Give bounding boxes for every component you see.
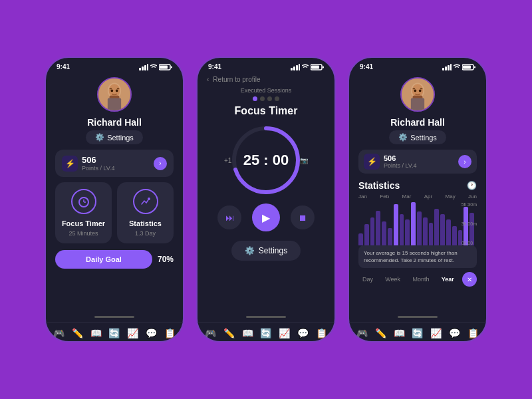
wifi-icon-3: [454, 64, 460, 70]
svg-point-13: [116, 90, 118, 92]
nav-bar-3: 🎮 ✏️ 📖 🔄 📈 💬 📋: [349, 322, 486, 341]
period-week[interactable]: Week: [381, 274, 404, 285]
bar-11: [423, 217, 428, 245]
ctrl-play[interactable]: ▶: [252, 203, 280, 231]
settings-btn-3[interactable]: ⚙️ Settings: [389, 130, 446, 144]
ctrl-skip[interactable]: ⏭: [217, 205, 241, 229]
daily-goal-row: Daily Goal 70%: [55, 250, 174, 269]
nav-edit-1[interactable]: ✏️: [72, 328, 83, 338]
nav-chart-3[interactable]: 📈: [430, 328, 442, 338]
card-focus-timer[interactable]: Focus Timer 25 Minutes: [55, 182, 112, 243]
nav-refresh-3[interactable]: 🔄: [412, 328, 423, 338]
timer-title: Focus Timer: [207, 105, 325, 117]
svg-rect-11: [117, 88, 120, 89]
nav-book-2[interactable]: 📖: [242, 328, 253, 338]
tip-text: Your average is 15 seconds higher than r…: [364, 249, 471, 264]
chart-bars: [358, 202, 477, 245]
nav-edit-2[interactable]: ✏️: [223, 328, 235, 338]
points-sub-1: Points / LV.4: [82, 165, 115, 172]
dot-3: [275, 96, 279, 101]
nav-refresh-2[interactable]: 🔄: [260, 328, 271, 338]
nav-chart-2[interactable]: 📈: [279, 328, 290, 338]
close-btn[interactable]: ✕: [462, 272, 477, 287]
nav-book-3[interactable]: 📖: [394, 328, 405, 338]
arrow-right-3[interactable]: ›: [458, 155, 471, 168]
month-jun: Jun: [468, 194, 477, 200]
svg-rect-22: [293, 66, 295, 70]
period-day[interactable]: Day: [358, 274, 377, 285]
phone-statistics: 9:41: [348, 57, 487, 342]
avatar-container-1: [55, 77, 174, 112]
nav-chat-2[interactable]: 💬: [297, 328, 309, 338]
arrow-right-1[interactable]: ›: [154, 157, 167, 170]
chart-wrapper: 5h:30m 3h:00m 00:00: [358, 202, 477, 245]
month-may: May: [446, 194, 456, 200]
phone-profile: 9:41: [45, 57, 184, 342]
phones-container: 9:41: [45, 57, 487, 342]
status-time-1: 9:41: [57, 63, 70, 70]
settings-btn-1[interactable]: ⚙️ Settings: [86, 130, 143, 144]
timer-cam: 📷: [300, 157, 308, 164]
nav-list-3[interactable]: 📋: [467, 328, 479, 338]
period-tabs: Day Week Month Year ✕: [358, 272, 477, 287]
svg-rect-26: [311, 65, 319, 68]
nav-chat-3[interactable]: 💬: [449, 328, 460, 338]
nav-list-2[interactable]: 📋: [316, 328, 327, 338]
period-month[interactable]: Month: [408, 274, 433, 285]
bar-9: [411, 202, 416, 245]
nav-edit-3[interactable]: ✏️: [375, 328, 386, 338]
avatar-3: [400, 77, 435, 112]
nav-book-1[interactable]: 📖: [90, 328, 102, 338]
month-mar: Mar: [402, 194, 412, 200]
bar-16: [452, 226, 457, 245]
nav-bar-2: 🎮 ✏️ 📖 🔄 📈 💬 📋: [198, 322, 334, 341]
battery-icon-1: [159, 64, 172, 70]
bar-8: [405, 219, 410, 245]
nav-chart-1[interactable]: 📈: [127, 328, 138, 338]
card-label-1: Statistics: [129, 219, 162, 227]
nav-game-2[interactable]: 🎮: [205, 328, 216, 338]
nav-game-3[interactable]: 🎮: [356, 328, 368, 338]
svg-point-20: [148, 198, 150, 200]
wifi-icon-2: [302, 64, 309, 70]
card-statistics[interactable]: Statistics 1.3 Day: [117, 182, 174, 243]
card-sub-1: 1.3 Day: [135, 230, 156, 237]
bar-12: [429, 223, 434, 245]
bar-5: [388, 228, 392, 245]
gear-icon-3: ⚙️: [398, 133, 408, 142]
dot-1: [260, 96, 265, 101]
points-row-3[interactable]: ⚡ 506 Points / LV.4 ›: [358, 150, 477, 174]
nav-list-1[interactable]: 📋: [164, 328, 176, 338]
period-year[interactable]: Year: [438, 274, 458, 285]
settings-btn-2[interactable]: ⚙️ Settings: [231, 241, 301, 261]
sessions-label: Executed Sessions: [207, 87, 325, 94]
svg-rect-21: [291, 68, 293, 70]
signal-icon-2: [291, 64, 300, 70]
ctrl-stop[interactable]: ⏹: [291, 205, 315, 229]
avatar-container-3: [358, 77, 477, 112]
stats-icon: [133, 189, 158, 214]
svg-rect-32: [448, 65, 450, 70]
bar-6: [394, 204, 398, 245]
gear-icon-1: ⚙️: [95, 133, 104, 142]
home-indicator-1: [94, 316, 134, 318]
bar-1: [364, 224, 369, 246]
status-time-3: 9:41: [360, 63, 373, 70]
points-sub-3: Points / LV.4: [384, 162, 417, 169]
svg-rect-36: [474, 66, 475, 68]
svg-rect-45: [411, 98, 424, 110]
nav-game-1[interactable]: 🎮: [53, 328, 65, 338]
bar-10: [417, 211, 422, 245]
svg-rect-31: [445, 66, 447, 70]
daily-goal-btn[interactable]: Daily Goal: [55, 250, 152, 269]
nav-chat-1[interactable]: 💬: [146, 328, 157, 338]
nav-refresh-1[interactable]: 🔄: [108, 328, 120, 338]
points-left-1: ⚡ 506 Points / LV.4: [62, 155, 115, 172]
back-icon: ‹: [207, 76, 209, 83]
svg-rect-30: [442, 68, 444, 70]
user-name-3: Richard Hall: [358, 117, 477, 128]
back-row[interactable]: ‹ Return to profile: [207, 73, 325, 84]
svg-point-39: [412, 84, 424, 97]
svg-rect-41: [420, 88, 423, 89]
points-row-1[interactable]: ⚡ 506 Points / LV.4 ›: [55, 150, 174, 177]
